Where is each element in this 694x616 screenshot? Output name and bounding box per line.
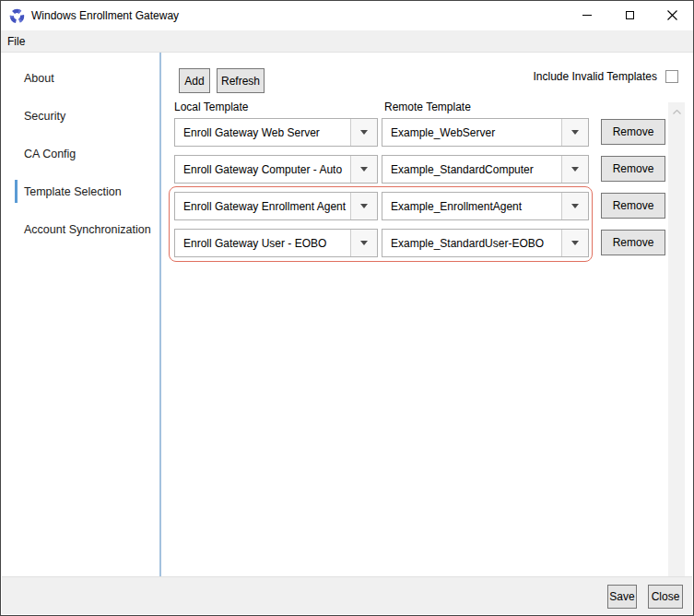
sidebar: About Security CA Config Template Select… bbox=[2, 53, 161, 576]
save-button[interactable]: Save bbox=[607, 585, 637, 609]
include-invalid-checkbox[interactable] bbox=[665, 70, 678, 83]
include-invalid-row: Include Invalid Templates bbox=[533, 70, 678, 83]
selected-indicator bbox=[15, 180, 18, 203]
local-template-dropdown[interactable]: Enroll Gateway User - EOBO bbox=[174, 229, 378, 257]
app-logo-icon bbox=[9, 8, 25, 24]
sidebar-item-label: Template Selection bbox=[24, 185, 122, 198]
local-template-value: Enroll Gateway User - EOBO bbox=[175, 237, 350, 250]
local-template-dropdown[interactable]: Enroll Gateway Web Server bbox=[174, 118, 378, 147]
remote-template-value: Example_WebServer bbox=[382, 126, 561, 139]
template-mapping-row: Enroll Gateway Enrollment Agent Example_… bbox=[174, 192, 672, 220]
dropdown-toggle[interactable] bbox=[561, 230, 588, 256]
minimize-icon bbox=[582, 15, 592, 16]
remote-template-value: Example_StandardUser-EOBO bbox=[382, 237, 561, 250]
refresh-button[interactable]: Refresh bbox=[217, 68, 265, 93]
menu-bar: File bbox=[1, 30, 693, 53]
include-invalid-label: Include Invalid Templates bbox=[533, 70, 657, 83]
app-window: Windows Enrollment Gateway File About Se… bbox=[0, 0, 694, 616]
local-template-value: Enroll Gateway Computer - Auto bbox=[175, 163, 350, 176]
remote-template-value: Example_StandardComputer bbox=[382, 163, 561, 176]
dropdown-toggle[interactable] bbox=[350, 156, 377, 183]
dropdown-toggle[interactable] bbox=[561, 119, 588, 146]
chevron-down-icon bbox=[360, 204, 368, 208]
template-mapping-row: Enroll Gateway Computer - Auto Example_S… bbox=[174, 155, 672, 184]
add-button[interactable]: Add bbox=[179, 68, 210, 93]
maximize-button[interactable] bbox=[608, 1, 651, 30]
remove-button[interactable]: Remove bbox=[601, 193, 665, 219]
sidebar-item-label: Security bbox=[24, 110, 65, 123]
remove-button[interactable]: Remove bbox=[601, 119, 665, 145]
remote-template-header: Remote Template bbox=[384, 101, 471, 113]
footer-bar: Save Close bbox=[2, 576, 692, 614]
dropdown-toggle[interactable] bbox=[350, 119, 377, 146]
close-button-footer[interactable]: Close bbox=[648, 585, 683, 609]
dropdown-toggle[interactable] bbox=[561, 193, 588, 219]
scroll-up-button[interactable] bbox=[668, 104, 685, 119]
local-template-dropdown[interactable]: Enroll Gateway Enrollment Agent bbox=[174, 192, 378, 220]
local-template-header: Local Template bbox=[174, 101, 249, 113]
remote-template-dropdown[interactable]: Example_EnrollmentAgent bbox=[382, 192, 589, 220]
window-body: About Security CA Config Template Select… bbox=[2, 53, 692, 576]
minimize-button[interactable] bbox=[566, 1, 608, 30]
sidebar-item-template-selection[interactable]: Template Selection bbox=[2, 172, 159, 210]
chevron-up-icon bbox=[673, 110, 681, 114]
sidebar-item-label: CA Config bbox=[24, 148, 76, 160]
menu-file[interactable]: File bbox=[1, 30, 31, 53]
template-mapping-row: Enroll Gateway User - EOBO Example_Stand… bbox=[174, 229, 672, 257]
remote-template-dropdown[interactable]: Example_StandardComputer bbox=[382, 155, 589, 184]
local-template-value: Enroll Gateway Enrollment Agent bbox=[175, 200, 350, 213]
window-title: Windows Enrollment Gateway bbox=[31, 9, 179, 22]
chevron-down-icon bbox=[571, 241, 579, 245]
title-bar: Windows Enrollment Gateway bbox=[1, 1, 693, 30]
chevron-down-icon bbox=[360, 241, 368, 245]
sidebar-item-security[interactable]: Security bbox=[2, 97, 159, 135]
chevron-down-icon bbox=[360, 130, 368, 135]
window-controls bbox=[566, 1, 693, 30]
remove-button[interactable]: Remove bbox=[601, 230, 665, 255]
chevron-down-icon bbox=[571, 204, 579, 208]
remote-template-dropdown[interactable]: Example_StandardUser-EOBO bbox=[382, 229, 589, 257]
template-mapping-row: Enroll Gateway Web Server Example_WebSer… bbox=[174, 118, 672, 147]
template-selection-panel: Add Refresh Include Invalid Templates Lo… bbox=[163, 53, 692, 576]
dropdown-toggle[interactable] bbox=[350, 230, 377, 256]
sidebar-item-label: Account Synchronization bbox=[24, 223, 151, 236]
dropdown-toggle[interactable] bbox=[561, 156, 588, 183]
chevron-down-icon bbox=[360, 167, 368, 172]
local-template-dropdown[interactable]: Enroll Gateway Computer - Auto bbox=[174, 155, 378, 184]
sidebar-item-label: About bbox=[24, 72, 54, 85]
sidebar-item-ca-config[interactable]: CA Config bbox=[2, 135, 159, 172]
dropdown-toggle[interactable] bbox=[350, 193, 377, 219]
remove-button[interactable]: Remove bbox=[601, 156, 665, 182]
remote-template-dropdown[interactable]: Example_WebServer bbox=[382, 118, 589, 147]
remote-template-value: Example_EnrollmentAgent bbox=[382, 200, 561, 213]
maximize-icon bbox=[626, 11, 634, 19]
vertical-scrollbar[interactable] bbox=[668, 102, 685, 605]
sidebar-item-account-synchronization[interactable]: Account Synchronization bbox=[2, 210, 159, 248]
close-button[interactable] bbox=[651, 1, 693, 30]
chevron-down-icon bbox=[571, 130, 579, 135]
chevron-down-icon bbox=[571, 167, 579, 172]
local-template-value: Enroll Gateway Web Server bbox=[175, 126, 350, 139]
sidebar-item-about[interactable]: About bbox=[2, 59, 159, 97]
template-mapping-rows: Enroll Gateway Web Server Example_WebSer… bbox=[174, 118, 692, 302]
close-icon bbox=[667, 10, 677, 20]
